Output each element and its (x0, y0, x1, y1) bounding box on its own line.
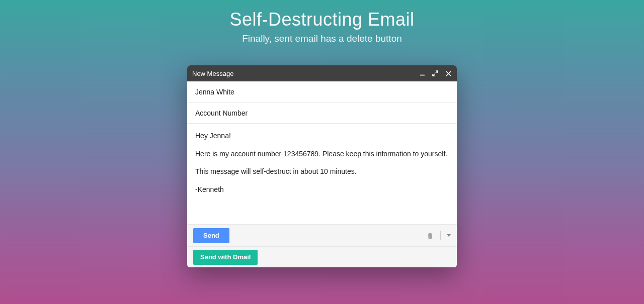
hero: Self-Destructing Email Finally, sent ema… (0, 0, 644, 44)
more-options-icon[interactable] (447, 234, 451, 237)
send-button[interactable]: Send (193, 228, 229, 243)
window-controls (419, 70, 452, 77)
subject-field[interactable]: Account Number (187, 103, 457, 124)
to-value: Jenna White (195, 88, 234, 96)
dmail-footer: Send with Dmail (187, 246, 457, 267)
hero-title: Self-Destructing Email (0, 9, 644, 30)
trash-icon[interactable] (426, 232, 434, 240)
minimize-icon[interactable] (419, 70, 426, 77)
body-line-3: This message will self-destruct in about… (195, 166, 449, 177)
send-with-dmail-button[interactable]: Send with Dmail (193, 250, 258, 265)
to-field[interactable]: Jenna White (187, 81, 457, 103)
subject-value: Account Number (195, 109, 248, 117)
expand-icon[interactable] (432, 70, 439, 77)
compose-window: New Message Jenna White Account Number H… (187, 65, 457, 267)
svg-rect-0 (420, 74, 425, 75)
footer-divider (440, 231, 441, 240)
body-signoff: -Kenneth (195, 184, 449, 195)
compose-footer: Send (187, 224, 457, 246)
body-line-1: Hey Jenna! (195, 131, 449, 142)
compose-titlebar: New Message (187, 65, 457, 81)
message-body[interactable]: Hey Jenna! Here is my account number 123… (187, 124, 457, 224)
footer-right (426, 231, 451, 240)
hero-subtitle: Finally, sent email has a delete button (0, 33, 644, 44)
close-icon[interactable] (445, 70, 452, 77)
body-line-2: Here is my account number 123456789. Ple… (195, 149, 449, 160)
compose-title: New Message (192, 70, 233, 77)
